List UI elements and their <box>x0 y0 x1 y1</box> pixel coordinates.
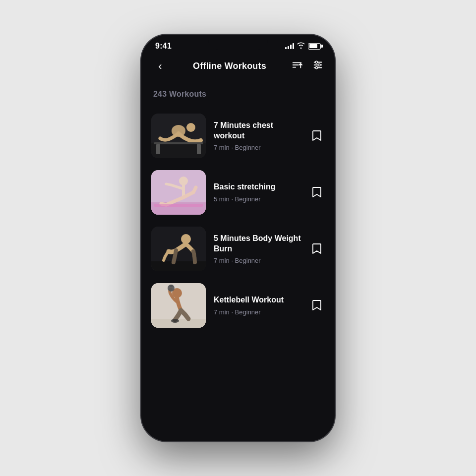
battery-icon <box>308 43 321 50</box>
workout-meta: 7 min · Beginner <box>214 308 301 316</box>
workout-thumbnail <box>151 114 206 158</box>
workout-thumbnail <box>151 227 206 271</box>
wifi-icon <box>297 42 305 50</box>
workout-name: 5 Minutes Body Weight Burn <box>214 234 301 254</box>
svg-rect-24 <box>170 285 173 287</box>
notch <box>208 35 268 50</box>
content-area: 243 Workouts <box>141 80 335 441</box>
svg-rect-12 <box>197 144 201 154</box>
sort-button[interactable] <box>290 60 304 73</box>
svg-rect-10 <box>154 142 203 144</box>
bookmark-button[interactable] <box>309 127 325 145</box>
workout-meta: 7 min · Beginner <box>214 144 301 151</box>
sort-icon <box>292 60 302 70</box>
svg-rect-18 <box>151 261 206 271</box>
workout-thumbnail <box>151 283 206 328</box>
nav-header: ‹ Offline Workouts <box>141 55 335 80</box>
status-time: 9:41 <box>155 42 172 51</box>
filter-button[interactable] <box>311 60 325 73</box>
bookmark-icon <box>312 130 322 142</box>
list-item[interactable]: 7 Minutes chest workout 7 min · Beginner <box>141 108 335 164</box>
workout-info: 7 Minutes chest workout 7 min · Beginner <box>214 120 301 152</box>
workout-thumbnail <box>151 170 206 215</box>
workout-info: Basic stretching 5 min · Beginner <box>214 182 301 203</box>
bookmark-button[interactable] <box>309 297 325 314</box>
list-item[interactable]: 5 Minutes Body Weight Burn 7 min · Begin… <box>141 221 335 277</box>
signal-icon <box>285 43 294 49</box>
workout-info: 5 Minutes Body Weight Burn 7 min · Begin… <box>214 234 301 265</box>
workout-meta: 5 min · Beginner <box>214 195 301 203</box>
bookmark-icon <box>312 243 322 255</box>
svg-rect-16 <box>154 204 203 207</box>
bookmark-button[interactable] <box>309 183 325 201</box>
page-title: Offline Workouts <box>193 61 266 71</box>
svg-point-5 <box>315 66 318 69</box>
svg-point-25 <box>171 319 179 323</box>
svg-point-9 <box>186 123 195 132</box>
nav-actions <box>290 60 325 73</box>
back-button[interactable]: ‹ <box>151 60 169 73</box>
svg-rect-11 <box>156 144 160 154</box>
workout-name: Kettlebell Workout <box>214 295 301 305</box>
list-item[interactable]: Kettlebell Workout 7 min · Beginner <box>141 277 335 334</box>
workout-list: 7 Minutes chest workout 7 min · Beginner <box>141 108 335 334</box>
bookmark-icon <box>312 186 322 198</box>
workout-name: Basic stretching <box>214 182 301 192</box>
workout-info: Kettlebell Workout 7 min · Beginner <box>214 295 301 316</box>
svg-point-3 <box>315 61 318 63</box>
bookmark-icon <box>312 299 322 311</box>
workout-meta: 7 min · Beginner <box>214 257 301 264</box>
bookmark-button[interactable] <box>309 240 325 258</box>
filter-icon <box>312 60 323 70</box>
svg-point-4 <box>318 64 320 66</box>
workouts-count: 243 Workouts <box>141 85 335 108</box>
status-icons <box>285 42 321 50</box>
phone-screen: 9:41 <box>141 35 335 441</box>
workout-name: 7 Minutes chest workout <box>214 120 301 141</box>
list-item[interactable]: Basic stretching 5 min · Beginner <box>141 164 335 221</box>
phone-frame: 9:41 <box>141 35 335 441</box>
